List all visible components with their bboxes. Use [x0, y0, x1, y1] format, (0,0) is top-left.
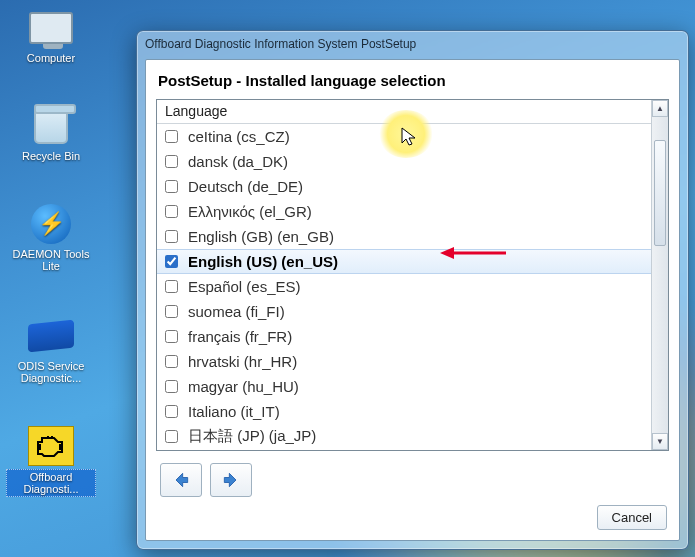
- scroll-down-button[interactable]: ▼: [652, 433, 668, 450]
- language-checkbox[interactable]: [165, 205, 178, 218]
- language-row[interactable]: English (US) (en_US): [157, 249, 651, 274]
- language-row[interactable]: Deutsch (de_DE): [157, 174, 651, 199]
- language-label: français (fr_FR): [188, 328, 292, 345]
- desktop-icon-label: DAEMON Tools Lite: [6, 247, 96, 273]
- arrow-left-icon: [171, 470, 191, 490]
- back-button[interactable]: [160, 463, 202, 497]
- language-label: magyar (hu_HU): [188, 378, 299, 395]
- engine-icon: [28, 426, 74, 466]
- desktop-icon-computer[interactable]: Computer: [6, 8, 96, 65]
- odis-icon: [28, 320, 74, 353]
- language-checkbox[interactable]: [165, 430, 178, 443]
- scroll-thumb[interactable]: [654, 140, 666, 246]
- language-checkbox[interactable]: [165, 355, 178, 368]
- desktop-icon-label: Recycle Bin: [6, 149, 96, 163]
- language-checkbox[interactable]: [165, 130, 178, 143]
- next-button[interactable]: [210, 463, 252, 497]
- desktop-icon-odis[interactable]: ODIS Service Diagnostic...: [6, 316, 96, 385]
- language-checkbox[interactable]: [165, 280, 178, 293]
- language-checkbox[interactable]: [165, 155, 178, 168]
- language-checkbox[interactable]: [165, 330, 178, 343]
- language-label: Español (es_ES): [188, 278, 301, 295]
- desktop-icon-label: Offboard Diagnosti...: [6, 469, 96, 497]
- arrow-right-icon: [221, 470, 241, 490]
- language-checkbox[interactable]: [165, 380, 178, 393]
- language-checkbox[interactable]: [165, 230, 178, 243]
- window-title: Offboard Diagnostic Information System P…: [145, 37, 416, 51]
- desktop-icon-daemon-tools[interactable]: ⚡ DAEMON Tools Lite: [6, 204, 96, 273]
- column-header-language[interactable]: Language: [157, 100, 668, 124]
- scroll-up-button[interactable]: ▲: [652, 100, 668, 117]
- language-row[interactable]: français (fr_FR): [157, 324, 651, 349]
- language-row[interactable]: hrvatski (hr_HR): [157, 349, 651, 374]
- desktop-icon-label: Computer: [6, 51, 96, 65]
- language-label: hrvatski (hr_HR): [188, 353, 297, 370]
- language-label: English (US) (en_US): [188, 253, 338, 270]
- scrollbar[interactable]: ▲ ▼: [651, 100, 668, 450]
- language-label: Ελληνικός (el_GR): [188, 203, 312, 220]
- client-area: PostSetup - Installed language selection…: [145, 59, 680, 541]
- cancel-button[interactable]: Cancel: [597, 505, 667, 530]
- dialog-window: Offboard Diagnostic Information System P…: [136, 30, 689, 550]
- language-row[interactable]: 日本語 (JP) (ja_JP): [157, 424, 651, 449]
- page-heading: PostSetup - Installed language selection: [158, 72, 669, 89]
- language-row[interactable]: dansk (da_DK): [157, 149, 651, 174]
- language-row[interactable]: Italiano (it_IT): [157, 399, 651, 424]
- language-list: Language ceItina (cs_CZ)dansk (da_DK)Deu…: [156, 99, 669, 451]
- language-label: English (GB) (en_GB): [188, 228, 334, 245]
- language-label: 日本語 (JP) (ja_JP): [188, 427, 316, 446]
- recycle-bin-icon: [34, 108, 68, 144]
- language-label: Italiano (it_IT): [188, 403, 280, 420]
- language-row[interactable]: ceItina (cs_CZ): [157, 124, 651, 149]
- language-checkbox[interactable]: [165, 255, 178, 268]
- language-label: Deutsch (de_DE): [188, 178, 303, 195]
- language-label: ceItina (cs_CZ): [188, 128, 290, 145]
- desktop-icon-recycle-bin[interactable]: Recycle Bin: [6, 106, 96, 163]
- language-label: dansk (da_DK): [188, 153, 288, 170]
- language-row[interactable]: magyar (hu_HU): [157, 374, 651, 399]
- desktop-icon-offboard[interactable]: Offboard Diagnosti...: [6, 426, 96, 497]
- language-row[interactable]: Español (es_ES): [157, 274, 651, 299]
- language-row[interactable]: English (GB) (en_GB): [157, 224, 651, 249]
- computer-icon: [29, 12, 73, 44]
- language-checkbox[interactable]: [165, 305, 178, 318]
- language-row[interactable]: suomea (fi_FI): [157, 299, 651, 324]
- language-checkbox[interactable]: [165, 405, 178, 418]
- language-row[interactable]: Ελληνικός (el_GR): [157, 199, 651, 224]
- language-label: suomea (fi_FI): [188, 303, 285, 320]
- desktop-icon-label: ODIS Service Diagnostic...: [6, 359, 96, 385]
- lightning-icon: ⚡: [31, 204, 71, 244]
- language-checkbox[interactable]: [165, 180, 178, 193]
- title-bar[interactable]: Offboard Diagnostic Information System P…: [137, 31, 688, 57]
